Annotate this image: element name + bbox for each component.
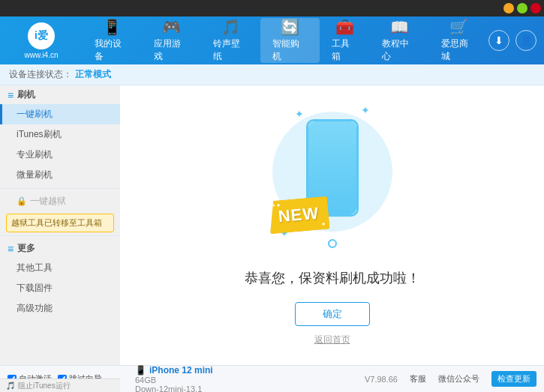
wechat-link[interactable]: 微信公众号	[438, 373, 479, 385]
jailbreak-label: 一键越狱	[30, 195, 66, 208]
new-badge: ✦✦ NEW ✦	[267, 196, 330, 235]
status-bar: 设备连接状态： 正常模式	[0, 64, 544, 85]
nav-app-games-label: 应用游戏	[154, 37, 189, 63]
tutorial-icon: 📖	[390, 18, 409, 36]
minimize-button[interactable]	[503, 3, 514, 13]
nav-bar: 📱 我的设备 🎮 应用游戏 🎵 铃声壁纸 🔄 智能购机 🧰 工具箱 📖 教程中心…	[83, 18, 488, 63]
logo-site: www.i4.cn	[24, 51, 58, 59]
my-device-icon: 📱	[103, 18, 122, 36]
sidebar-flash-header: ≡ 刷机	[0, 85, 120, 104]
sparkle-2: ✦	[361, 104, 370, 116]
nav-app-games[interactable]: 🎮 应用游戏	[142, 18, 201, 63]
badge-stars-bottom: ✦	[320, 221, 326, 229]
other-tools-label: 其他工具	[17, 262, 53, 273]
nav-toolbox[interactable]: 🧰 工具箱	[320, 18, 370, 63]
nav-shop[interactable]: 🛒 爱思商城	[429, 18, 488, 63]
download-firmware-label: 下载固件	[17, 283, 53, 293]
sidebar: ≡ 刷机 一键刷机 iTunes刷机 专业刷机 微量刷机 🔒 一键越狱 越狱工具…	[0, 85, 120, 365]
sidebar-item-other-tools[interactable]: 其他工具	[0, 258, 120, 278]
sidebar-item-pro-flash[interactable]: 专业刷机	[0, 145, 120, 165]
itunes-label: 阻止iTunes运行	[18, 381, 71, 391]
itunes-icon: 🎵	[6, 382, 15, 390]
bottom-right: V7.98.66 客服 微信公众号 检查更新	[365, 371, 536, 387]
micro-flash-label: 微量刷机	[17, 169, 53, 180]
update-button[interactable]: 检查更新	[491, 371, 536, 387]
toolbox-icon: 🧰	[335, 18, 354, 36]
left-panel: ≡ 刷机 一键刷机 iTunes刷机 专业刷机 微量刷机 🔒 一键越狱 越狱工具…	[0, 85, 120, 365]
app-games-icon: 🎮	[162, 18, 181, 36]
sidebar-item-one-click-flash[interactable]: 一键刷机	[0, 104, 120, 124]
advanced-label: 高级功能	[17, 303, 53, 313]
phone-illustration: ✦ ✦ ✦ ✦✦ NEW ✦	[265, 104, 400, 254]
sidebar-more-header: ≡ 更多	[0, 239, 120, 258]
content-area: ✦ ✦ ✦ ✦✦ NEW ✦ 恭喜您，保资料刷机成功啦！ 确定 返回首页	[120, 85, 544, 365]
sparkle-1: ✦	[295, 108, 304, 120]
nav-ringtones-label: 铃声壁纸	[213, 37, 248, 63]
nav-smart-shop[interactable]: 🔄 智能购机	[260, 18, 320, 63]
device-storage: 64GB	[135, 376, 365, 385]
bottom-bar: 自动激活 跳过向导 📱 iPhone 12 mini 64GB Down-12m…	[0, 365, 544, 392]
title-bar	[0, 0, 544, 16]
sidebar-item-advanced[interactable]: 高级功能	[0, 298, 120, 319]
main-layout: ≡ 刷机 一键刷机 iTunes刷机 专业刷机 微量刷机 🔒 一键越狱 越狱工具…	[0, 85, 544, 365]
header: i爱 www.i4.cn 📱 我的设备 🎮 应用游戏 🎵 铃声壁纸 🔄 智能购机…	[0, 16, 544, 64]
nav-my-device[interactable]: 📱 我的设备	[83, 18, 142, 63]
logo-icon: i爱	[28, 22, 55, 49]
nav-tutorial[interactable]: 📖 教程中心	[370, 18, 429, 63]
phone-home-button	[328, 239, 337, 248]
close-button[interactable]	[530, 3, 541, 13]
sidebar-more-label: 更多	[17, 242, 35, 255]
new-badge-text: NEW	[277, 204, 319, 227]
itunes-flash-label: iTunes刷机	[17, 129, 62, 139]
device-phone-icon: 📱	[135, 365, 146, 376]
sidebar-item-itunes-flash[interactable]: iTunes刷机	[0, 124, 120, 145]
itunes-bar: 🎵 阻止iTunes运行	[0, 379, 120, 392]
nav-toolbox-label: 工具箱	[332, 37, 358, 63]
home-link[interactable]: 返回首页	[314, 334, 350, 346]
badge-stars-top: ✦✦	[270, 202, 281, 209]
one-click-flash-label: 一键刷机	[17, 109, 53, 119]
sidebar-item-micro-flash[interactable]: 微量刷机	[0, 165, 120, 185]
nav-tutorial-label: 教程中心	[382, 37, 417, 63]
service-link[interactable]: 客服	[410, 373, 426, 385]
sidebar-item-download-firmware[interactable]: 下载固件	[0, 278, 120, 298]
device-model: Down-12mini-13,1	[135, 385, 365, 393]
download-button[interactable]: ⬇	[488, 30, 509, 51]
pro-flash-label: 专业刷机	[17, 149, 53, 160]
sidebar-divider-1	[0, 188, 120, 189]
status-value: 正常模式	[75, 68, 111, 81]
jailbreak-notice: 越狱工具已转移至工具箱	[6, 214, 114, 232]
sidebar-flash-label: 刷机	[17, 88, 35, 101]
smart-shop-icon: 🔄	[281, 18, 299, 36]
lock-icon: 🔒	[17, 196, 27, 206]
nav-my-device-label: 我的设备	[95, 37, 130, 63]
device-info: 📱 iPhone 12 mini 64GB Down-12mini-13,1	[128, 365, 365, 393]
nav-shop-label: 爱思商城	[441, 37, 476, 63]
version-label: V7.98.66	[365, 375, 398, 384]
maximize-button[interactable]	[517, 3, 527, 13]
header-right: ⬇ 👤	[488, 30, 536, 51]
ringtones-icon: 🎵	[221, 18, 240, 36]
shop-icon: 🛒	[449, 18, 468, 36]
nav-smart-shop-label: 智能购机	[272, 37, 308, 63]
nav-ringtones[interactable]: 🎵 铃声壁纸	[201, 18, 260, 63]
sidebar-divider-2	[0, 235, 120, 236]
flash-section-icon: ≡	[8, 89, 14, 101]
success-message: 恭喜您，保资料刷机成功啦！	[245, 269, 420, 287]
sidebar-jailbreak: 🔒 一键越狱	[0, 192, 120, 211]
confirm-button[interactable]: 确定	[295, 302, 370, 326]
device-name: iPhone 12 mini	[149, 365, 213, 376]
logo-area: i爱 www.i4.cn	[8, 22, 75, 59]
user-button[interactable]: 👤	[515, 30, 536, 51]
more-section-icon: ≡	[8, 243, 14, 255]
status-label: 设备连接状态：	[9, 68, 72, 81]
